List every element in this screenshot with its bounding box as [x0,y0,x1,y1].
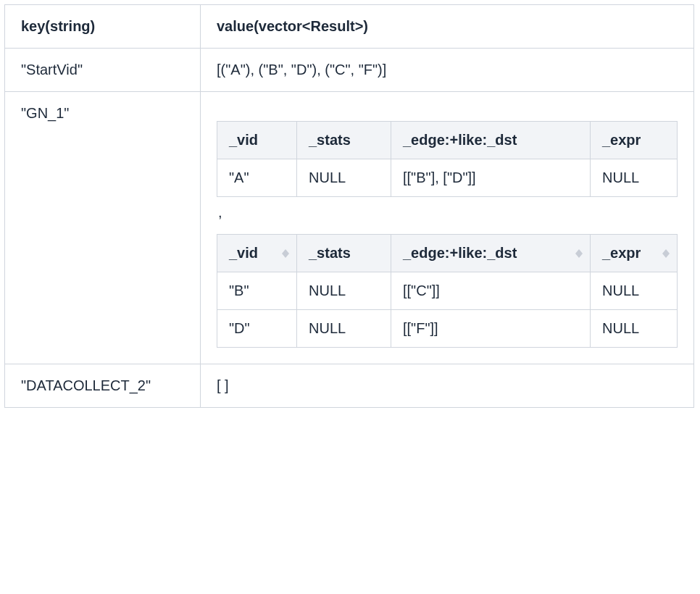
table-row: "D" NULL [["F"]] NULL [217,310,678,348]
cell-expr: NULL [591,272,678,310]
cell-vid: "D" [217,310,297,348]
table-row: "DATACOLLECT_2" [ ] [5,364,694,408]
inner-header-expr: _expr [591,122,678,159]
cell-expr: NULL [591,159,678,197]
key-cell: "GN_1" [5,92,201,364]
separator-comma: , [217,197,678,234]
table-row: "StartVid" [("A"), ("B", "D"), ("C", "F"… [5,49,694,92]
cell-edge: [["F"]] [391,310,591,348]
outer-header-row: key(string) value(vector<Result>) [5,5,694,49]
key-cell: "StartVid" [5,49,201,92]
inner-header-expr-sortable[interactable]: _expr [591,235,678,272]
sort-icon[interactable] [662,249,670,258]
value-cell: [ ] [201,364,694,408]
sort-icon[interactable] [282,249,289,258]
inner-header-edge: _edge:+like:_dst [391,122,591,159]
table-row: "GN_1" _vid _stats _edge:+like:_dst _exp… [5,92,694,364]
inner-header-stats: _stats [297,235,391,272]
inner-table-1: _vid _stats _edge:+like:_dst _expr "A" N… [217,121,678,197]
inner-table-2: _vid _stats _edge:+like:_dst [217,234,678,348]
inner-header-row: _vid _stats _edge:+like:_dst _expr [217,122,678,159]
table-row: "A" NULL [["B"], ["D"]] NULL [217,159,678,197]
cell-vid: "B" [217,272,297,310]
cell-edge: [["C"]] [391,272,591,310]
inner-header-edge-sortable[interactable]: _edge:+like:_dst [391,235,591,272]
sort-icon[interactable] [575,249,583,258]
outer-header-value: value(vector<Result>) [201,5,694,49]
cell-stats: NULL [297,272,391,310]
table-row: "B" NULL [["C"]] NULL [217,272,678,310]
value-cell: [("A"), ("B", "D"), ("C", "F")] [201,49,694,92]
inner-header-row: _vid _stats _edge:+like:_dst [217,235,678,272]
cell-stats: NULL [297,159,391,197]
cell-stats: NULL [297,310,391,348]
header-label: _edge:+like:_dst [403,245,517,261]
header-label: _vid [229,245,258,261]
outer-table: key(string) value(vector<Result>) "Start… [4,4,694,408]
cell-edge: [["B"], ["D"]] [391,159,591,197]
outer-header-key: key(string) [5,5,201,49]
inner-header-stats: _stats [297,122,391,159]
value-cell-nested: _vid _stats _edge:+like:_dst _expr "A" N… [201,92,694,364]
cell-expr: NULL [591,310,678,348]
inner-header-vid: _vid [217,122,297,159]
header-label: _expr [602,245,641,261]
cell-vid: "A" [217,159,297,197]
inner-header-vid-sortable[interactable]: _vid [217,235,297,272]
key-cell: "DATACOLLECT_2" [5,364,201,408]
